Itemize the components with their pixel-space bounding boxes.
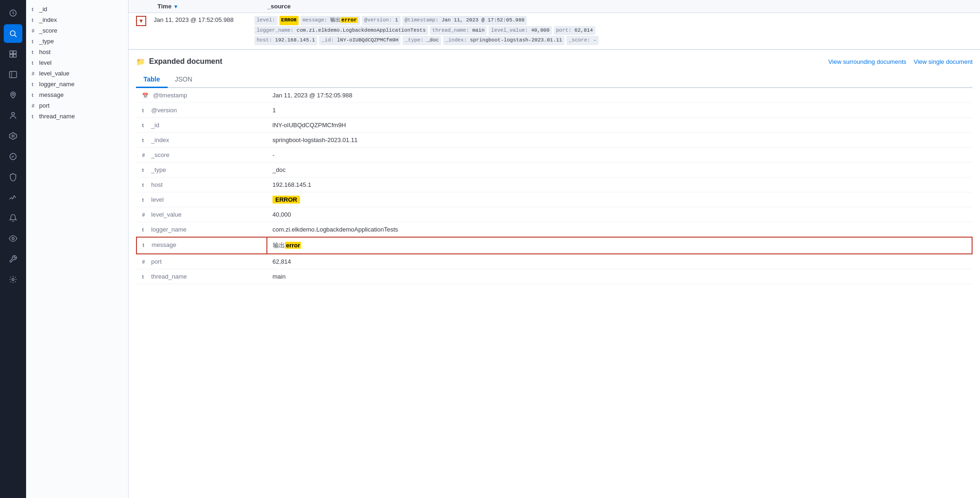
nav-dashboard[interactable] [4,45,22,63]
level-value: ERROR [279,16,299,25]
doc-table-row: t _type_doc [136,162,972,177]
field-name-label: port [39,102,49,109]
source-line-3: host: 192.168.145.1 _id: lNY-oIUBQdCQZPM… [254,36,973,45]
field-name-label: level [39,59,52,66]
doc-field-value: 62,814 [267,254,972,269]
sort-icon: ▼ [173,4,178,9]
log-row: ▼ Jan 11, 2023 @ 17:52:05.988 level: ERR… [129,13,980,49]
field-name-label: _type [39,38,54,45]
log-expand-toggle[interactable]: ▼ [136,16,146,26]
field-type: t [142,197,147,203]
doc-table-row: # port62,814 [136,254,972,269]
doc-table-row: t logger_namecom.zi.elkdemo.LogbackdemoA… [136,222,972,237]
nav-canvas[interactable] [4,65,22,84]
sidebar-field-level_value[interactable]: #level_value [26,68,128,79]
doc-field-value: 输出error [267,237,972,254]
field-type: t [142,167,147,173]
view-surrounding-link[interactable]: View surrounding documents [828,58,906,65]
score-key: _score: - [566,36,599,45]
svg-point-14 [12,238,14,240]
expanded-doc-actions: View surrounding documents View single d… [828,58,973,65]
doc-field-value: _doc [267,162,972,177]
message-key: message: 输出error [300,16,360,25]
field-name-label: _score [39,27,57,34]
nav-management[interactable] [4,270,22,289]
tab-table[interactable]: Table [136,72,168,88]
nav-ml[interactable] [4,127,22,145]
fields-sidebar: t_idt_index#_scoret_typethosttlevel#leve… [26,0,129,498]
svg-rect-3 [10,51,13,54]
field-type-indicator: t [32,92,36,98]
doc-field-value: ERROR [267,192,972,207]
log-timestamp: Jan 11, 2023 @ 17:52:05.988 [154,16,247,23]
nav-monitoring[interactable] [4,188,22,207]
nav-recent[interactable] [4,4,22,22]
sidebar-field-port[interactable]: #port [26,100,128,111]
svg-point-10 [12,112,14,115]
folder-icon: 📁 [136,57,145,66]
sidebar-field-_score[interactable]: #_score [26,25,128,36]
doc-field-name: # level_value [136,207,267,222]
doc-field-name: t thread_name [136,269,267,284]
doc-table-row: t @version1 [136,102,972,117]
nav-users[interactable] [4,106,22,125]
expanded-doc-header: 📁 Expanded document View surrounding doc… [136,57,973,66]
svg-rect-5 [10,55,13,57]
timestamp-key: @timestamp: Jan 11, 2023 @ 17:52:05.988 [402,16,527,25]
nav-apm[interactable] [4,147,22,166]
sidebar-field-_id[interactable]: t_id [26,4,128,14]
nav-devtools[interactable] [4,250,22,268]
sidebar-field-message[interactable]: tmessage [26,89,128,100]
nav-alerting[interactable] [4,209,22,227]
field-name-label: level_value [39,70,69,77]
type-key: _type: _doc [402,36,441,45]
sidebar-field-host[interactable]: thost [26,47,128,57]
field-type: t [143,242,147,248]
main-content: Time ▼ _source ▼ Jan 11, 2023 @ 17:52:05… [129,0,980,498]
sidebar-field-_index[interactable]: t_index [26,14,128,25]
field-type-indicator: # [32,71,36,76]
doc-field-name: t message [136,237,267,254]
expanded-title-text: Expanded document [149,57,222,66]
doc-field-name: t _index [136,132,267,147]
left-nav [0,0,26,498]
doc-table-row: 📅 @timestampJan 11, 2023 @ 17:52:05.988 [136,88,972,103]
field-type-indicator: t [32,49,36,55]
sidebar-field-level[interactable]: tlevel [26,57,128,68]
doc-field-value: 192.168.145.1 [267,177,972,192]
doc-field-name: 📅 @timestamp [136,88,267,103]
error-badge: ERROR [272,196,300,204]
expanded-document: 📁 Expanded document View surrounding doc… [129,49,980,284]
field-type: 📅 [142,93,149,99]
field-type-indicator: # [32,103,36,109]
field-name-label: logger_name [39,81,75,88]
field-type: # [142,259,147,265]
expanded-title: 📁 Expanded document [136,57,222,66]
sidebar-field-logger_name[interactable]: tlogger_name [26,79,128,89]
field-type-indicator: t [32,17,36,23]
nav-maps[interactable] [4,86,22,104]
doc-table-row: t host192.168.145.1 [136,177,972,192]
doc-table-row: # level_value40,000 [136,207,972,222]
id-key: _id: lNY-oIUBQdCQZPMCfm9H [319,36,401,45]
nav-observability[interactable] [4,229,22,248]
field-type: t [142,274,147,280]
nav-siem[interactable] [4,168,22,186]
field-type: # [142,212,147,218]
time-column-header[interactable]: Time ▼ [157,3,260,10]
sidebar-field-_type[interactable]: t_type [26,36,128,47]
field-type-indicator: t [32,114,36,119]
view-single-link[interactable]: View single document [914,58,973,65]
field-name-label: thread_name [39,113,75,120]
doc-field-value: lNY-oIUBQdCQZPMCfm9H [267,117,972,132]
levelval-key: level_value: 40,000 [489,26,551,35]
sidebar-field-thread_name[interactable]: tthread_name [26,111,128,122]
nav-discover[interactable] [4,24,22,43]
svg-rect-7 [10,71,17,78]
doc-field-name: # _score [136,147,267,162]
field-type: t [142,182,147,188]
tab-json[interactable]: JSON [168,72,200,88]
doc-field-value: - [267,147,972,162]
table-header: Time ▼ _source [129,0,980,13]
doc-field-value: 1 [267,102,972,117]
